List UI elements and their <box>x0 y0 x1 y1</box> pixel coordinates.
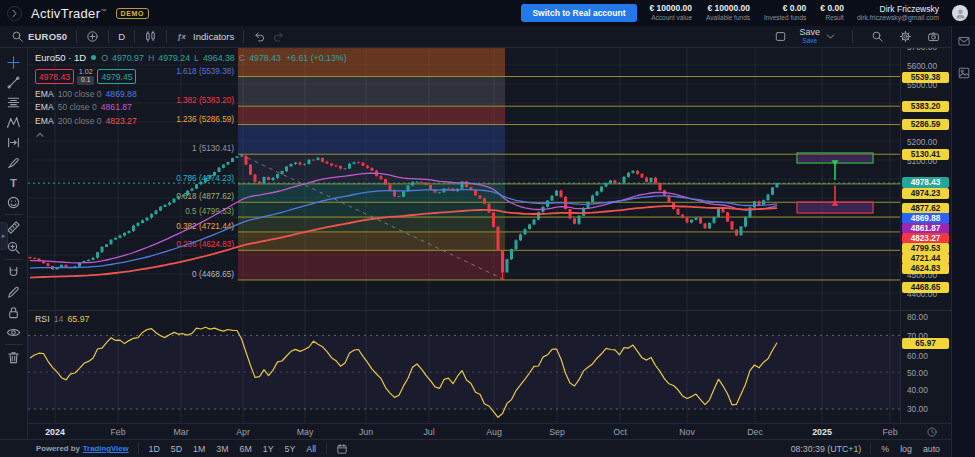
rsi-chart[interactable] <box>28 311 900 423</box>
trash-icon <box>6 350 21 365</box>
demo-badge: DEMO <box>116 8 149 19</box>
chart-area[interactable]: 1.618 (5539.38)1.382 (5383.20)1.236 (528… <box>28 48 900 423</box>
clock-label[interactable]: 08:30:39 (UTC+1) <box>791 444 862 454</box>
snapshot-button[interactable] <box>924 28 943 45</box>
panel-expand-handle[interactable]: ▸ <box>0 222 8 250</box>
avatar[interactable] <box>952 5 968 21</box>
tool-trash[interactable] <box>3 347 25 367</box>
ohlc-value: 4964.38 <box>203 53 235 63</box>
fib-retracement-icon <box>6 95 21 110</box>
time-axis-label: Jul <box>423 427 434 437</box>
date-price-range-icon <box>6 135 21 150</box>
interval-label: D <box>118 31 125 42</box>
expand-sidebar-button[interactable] <box>7 6 22 21</box>
indicator-row[interactable]: EMA100 close 04869.88 <box>35 89 347 99</box>
rsi-tick: 60.00 <box>907 351 928 361</box>
price-axis[interactable]: 5700.005600.005500.005400.005200.005100.… <box>900 48 951 423</box>
chart-style-button[interactable] <box>141 28 160 45</box>
divider <box>243 30 244 43</box>
tool-crosshair[interactable] <box>3 52 25 72</box>
tool-brush[interactable] <box>3 152 25 172</box>
indicator-value: 4823.27 <box>106 116 137 126</box>
pane-divider[interactable] <box>28 310 951 311</box>
timezone-clock-icon[interactable] <box>926 426 938 438</box>
tool-text[interactable]: T <box>3 172 25 192</box>
interval-button[interactable]: D <box>115 29 128 44</box>
indicators-label: Indicators <box>193 31 234 42</box>
account-stats: € 10000.00Account value€ 10000.00Availab… <box>650 4 844 21</box>
tool-date-price-range[interactable] <box>3 132 25 152</box>
calendar-icon[interactable] <box>336 443 348 455</box>
tool-xabcd-pattern[interactable] <box>3 112 25 132</box>
ohlc-value: 4978.43 <box>249 53 281 63</box>
buy-button[interactable]: 4979.45 <box>97 69 136 84</box>
ruler-icon <box>6 220 21 235</box>
range-3m[interactable]: 3M <box>215 444 229 454</box>
app-root: ActivTrader™ DEMO Switch to Real account… <box>0 0 975 457</box>
ohlc-key: L <box>194 53 199 63</box>
time-axis-label: Nov <box>679 427 695 437</box>
tool-emoji[interactable] <box>3 192 25 212</box>
legend-collapse-button[interactable] <box>35 130 51 140</box>
tool-magnet[interactable] <box>3 262 25 282</box>
chart-search-button[interactable] <box>868 28 887 45</box>
divider <box>326 443 327 454</box>
save-label: Save <box>799 28 820 37</box>
range-6m[interactable]: 6M <box>239 444 253 454</box>
indicators-button[interactable]: ƒx Indicators <box>173 28 237 45</box>
tool-fib-retracement[interactable] <box>3 92 25 112</box>
range-5y[interactable]: 5Y <box>284 444 297 454</box>
divider <box>76 30 77 43</box>
tool-trend-line[interactable] <box>3 72 25 92</box>
user-profile[interactable]: Dirk Friczewsky dirk.friczewsky@gmail.co… <box>857 4 939 22</box>
chart-settings-button[interactable] <box>896 28 915 45</box>
ohlc-key: O <box>101 53 108 63</box>
lot-size[interactable]: 0.1 <box>77 76 94 85</box>
tool-draw[interactable] <box>3 282 25 302</box>
range-all[interactable]: All <box>305 444 317 454</box>
time-axis-label: Jun <box>359 427 373 437</box>
range-1d[interactable]: 1D <box>148 444 161 454</box>
price-badge: 4799.53 <box>902 243 949 254</box>
compare-add-button[interactable] <box>83 28 102 45</box>
auto-scale-toggle[interactable]: auto <box>922 444 941 454</box>
plus-circle-icon <box>86 30 99 43</box>
range-5d[interactable]: 5D <box>170 444 183 454</box>
layout-icon <box>774 30 787 43</box>
sell-button[interactable]: 4978.43 <box>35 69 74 84</box>
redo-button[interactable] <box>269 28 288 45</box>
log-scale-toggle[interactable]: log <box>899 444 913 454</box>
legend-symbol[interactable]: Euro50 · 1D <box>35 52 86 63</box>
app-logo: ActivTrader™ <box>31 6 107 21</box>
percent-scale-toggle[interactable]: % <box>880 444 890 454</box>
time-axis[interactable]: 2024FebMarAprMayJunJulAugSepOctNovDec202… <box>28 423 951 439</box>
price-tick: 5200.00 <box>907 137 937 147</box>
layout-button[interactable] <box>771 28 790 45</box>
price-badge: 4869.88 <box>902 213 949 224</box>
tool-lock[interactable] <box>3 302 25 322</box>
ohlc-value: 4970.97 <box>112 53 144 63</box>
divider <box>5 344 23 345</box>
undo-button[interactable] <box>250 28 269 45</box>
price-badge: 4624.83 <box>902 263 949 274</box>
text-icon: T <box>6 175 21 190</box>
price-badge: 4877.62 <box>902 203 949 214</box>
symbol-search[interactable]: EURO50 <box>8 28 70 45</box>
range-1m[interactable]: 1M <box>192 444 206 454</box>
tradingview-link[interactable]: TradingView <box>83 444 129 453</box>
gallery-icon[interactable] <box>957 66 971 84</box>
save-button[interactable]: Save Save <box>799 28 820 44</box>
fx-icon: ƒx <box>176 30 189 43</box>
rsi-tick: 40.00 <box>907 385 928 395</box>
indicator-row[interactable]: EMA50 close 04861.87 <box>35 102 347 112</box>
ohlc-values: O4970.97H4979.24L4964.38C4978.43 <box>101 53 281 63</box>
stat-value: € 10000.00 <box>706 4 750 14</box>
mail-icon[interactable] <box>957 34 971 52</box>
indicator-row[interactable]: EMA200 close 04823.27 <box>35 116 347 126</box>
tool-eye[interactable] <box>3 322 25 342</box>
switch-to-real-button[interactable]: Switch to Real account <box>521 4 636 22</box>
range-1y[interactable]: 1Y <box>262 444 275 454</box>
chevron-down-icon[interactable] <box>824 30 837 43</box>
price-badge: 4861.87 <box>902 223 949 234</box>
time-axis-label: 2025 <box>812 427 832 437</box>
